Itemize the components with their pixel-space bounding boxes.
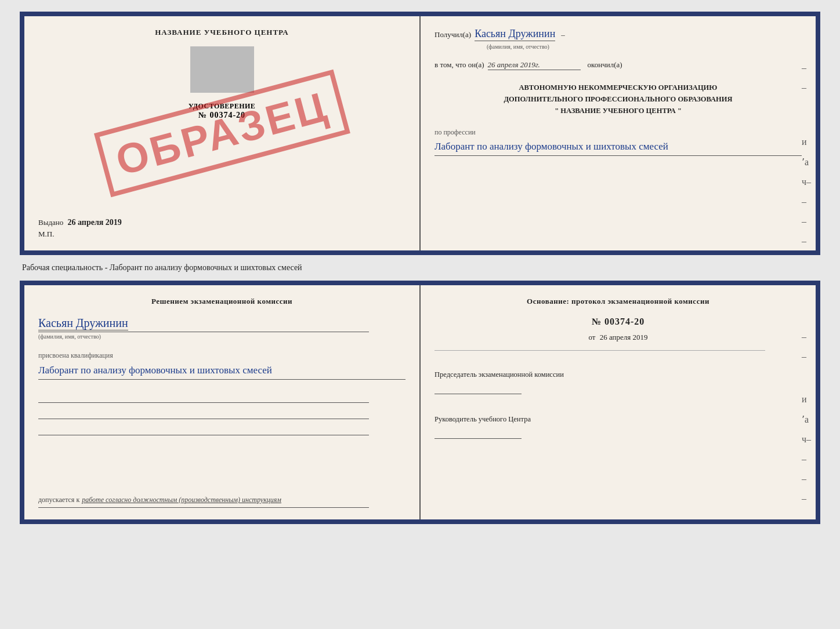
org-line2: ДОПОЛНИТЕЛЬНОГО ПРОФЕССИОНАЛЬНОГО ОБРАЗО… xyxy=(435,93,802,105)
sig-line-3 xyxy=(38,423,369,435)
vydano-section: Выдано 26 апреля 2019 xyxy=(38,218,122,227)
org-line1: АВТОНОМНУЮ НЕКОММЕРЧЕСКУЮ ОРГАНИЗАЦИЮ xyxy=(435,82,802,93)
top-doc-left: НАЗВАНИЕ УЧЕБНОГО ЦЕНТРА ОБРАЗЕЦ УДОСТОВ… xyxy=(24,16,421,250)
professiya-section: по профессии Лаборант по анализу формово… xyxy=(435,128,802,156)
dash-b2: – xyxy=(802,351,811,362)
vtom-line: в том, что он(а) 26 апреля 2019г. окончи… xyxy=(435,60,802,70)
predsedatel-label: Председатель экзаменационной комиссии xyxy=(435,369,802,380)
sig-line-1 xyxy=(38,390,369,403)
dash-b8: – xyxy=(802,493,811,504)
dash-b5: ч– xyxy=(802,434,811,445)
professiya-text: Лаборант по анализу формовочных и шихтов… xyxy=(435,139,802,156)
rukovoditel-section: Руководитель учебного Центра xyxy=(435,409,802,439)
dash-b4: ʼa xyxy=(802,414,811,425)
dopuskaetsya-text: работе согласно должностным (производств… xyxy=(82,496,281,504)
bottom-doc-right: Основание: протокол экзаменационной коми… xyxy=(421,285,816,519)
okonchil-label: окончил(а) xyxy=(588,60,622,70)
vtom-label: в том, что он(а) xyxy=(435,60,484,70)
komissia-title: Решением экзаменационной комиссии xyxy=(38,297,405,306)
osnovanie-title: Основание: протокол экзаменационной коми… xyxy=(435,297,802,306)
mp-label: М.П. xyxy=(38,230,54,239)
ot-label: от xyxy=(588,333,595,341)
po-professii-label: по профессии xyxy=(435,128,802,137)
bottom-doc-left: Решением экзаменационной комиссии Касьян… xyxy=(24,285,421,519)
vtom-date: 26 апреля 2019г. xyxy=(488,60,581,70)
right-separator xyxy=(435,350,765,351)
bottom-document: Решением экзаменационной комиссии Касьян… xyxy=(20,281,820,524)
document-container: НАЗВАНИЕ УЧЕБНОГО ЦЕНТРА ОБРАЗЕЦ УДОСТОВ… xyxy=(20,12,820,524)
predsedatel-sig-line xyxy=(435,383,522,394)
separator-text: Рабочая специальность - Лаборант по анал… xyxy=(20,263,302,272)
dash-5: ч– xyxy=(802,177,811,187)
dash-b3: и xyxy=(802,394,811,405)
bottom-name-section: Касьян Дружинин (фамилия, имя, отчество) xyxy=(38,317,405,340)
dopusk-underline xyxy=(38,507,369,508)
vydano-label: Выдано xyxy=(38,218,63,227)
bottom-name: Касьян Дружинин xyxy=(38,317,128,330)
rukovoditel-sig-line xyxy=(435,427,522,439)
dash-8: – xyxy=(802,236,811,246)
dopuskaetsya-label: допускается к xyxy=(38,496,79,504)
kvalifikatsiya-text: Лаборант по анализу формовочных и шихтов… xyxy=(38,362,405,380)
name-underline xyxy=(38,331,369,332)
sig-line-2 xyxy=(38,406,369,419)
prisvoena-label: присвоена квалификация xyxy=(38,351,405,360)
udostoverenie-label: УДОСТОВЕРЕНИЕ xyxy=(189,102,256,111)
top-document: НАЗВАНИЕ УЧЕБНОГО ЦЕНТРА ОБРАЗЕЦ УДОСТОВ… xyxy=(20,12,820,255)
top-left-title: НАЗВАНИЕ УЧЕБНОГО ЦЕНТРА xyxy=(155,28,289,37)
top-doc-right: Получил(a) Касьян Дружинин – (фамилия, и… xyxy=(421,16,816,250)
dash-b1: – xyxy=(802,332,811,342)
prisvoena-section: присвоена квалификация Лаборант по анали… xyxy=(38,351,405,380)
rukovoditel-label: Руководитель учебного Центра xyxy=(435,414,802,425)
dash-b6: – xyxy=(802,454,811,464)
fio-hint-bottom: (фамилия, имя, отчество) xyxy=(38,333,405,340)
poluchil-line: Получил(a) Касьян Дружинин – xyxy=(435,28,802,41)
ot-date: 26 апреля 2019 xyxy=(600,333,648,341)
fio-hint-top: (фамилия, имя, отчество) xyxy=(487,43,802,50)
poluchil-label: Получил(a) xyxy=(435,30,471,39)
vydano-date: 26 апреля 2019 xyxy=(68,218,122,227)
dash-2: – xyxy=(802,82,811,93)
ot-date-line: от 26 апреля 2019 xyxy=(435,333,802,342)
poluchil-name: Касьян Дружинин xyxy=(475,28,555,41)
predsedatel-section: Председатель экзаменационной комиссии xyxy=(435,365,802,394)
protocol-number: № 00374-20 xyxy=(435,317,802,327)
org-line3: " НАЗВАНИЕ УЧЕБНОГО ЦЕНТРА " xyxy=(435,105,802,117)
dash-3: и xyxy=(802,137,811,147)
udostoverenie-number: № 00374-20 xyxy=(198,111,245,120)
dash-6: – xyxy=(802,197,811,207)
photo-placeholder xyxy=(190,46,254,93)
signature-lines-left xyxy=(38,390,405,435)
dash-b7: – xyxy=(802,474,811,484)
right-marks-bottom: – – и ʼa ч– – – – xyxy=(802,332,811,504)
poluchil-dash: – xyxy=(561,30,565,39)
dash-7: – xyxy=(802,216,811,227)
org-block: АВТОНОМНУЮ НЕКОММЕРЧЕСКУЮ ОРГАНИЗАЦИЮ ДО… xyxy=(435,82,802,117)
right-marks: – – и ʼa ч– – – – xyxy=(802,63,811,246)
dash-4: ʼa xyxy=(802,157,811,168)
dopuskaetsya-section: допускается к работе согласно должностны… xyxy=(38,494,405,508)
udostoverenie-section: УДОСТОВЕРЕНИЕ № 00374-20 xyxy=(189,102,256,120)
dash-1: – xyxy=(802,63,811,73)
